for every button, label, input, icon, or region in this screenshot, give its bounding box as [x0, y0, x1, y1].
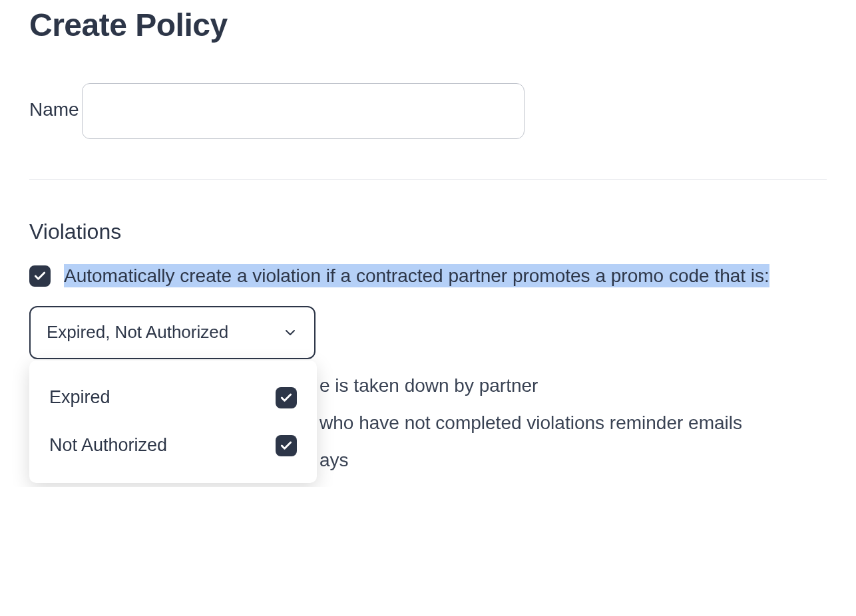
dropdown-option-label: Expired	[49, 387, 110, 408]
dropdown-option-checkbox[interactable]	[276, 387, 297, 408]
name-label: Name	[29, 99, 79, 120]
violations-header: Violations	[29, 220, 827, 244]
check-icon	[280, 439, 293, 452]
dropdown-option-label: Not Authorized	[49, 435, 167, 456]
violation-type-select-value: Expired, Not Authorized	[47, 322, 228, 343]
name-input[interactable]	[82, 83, 525, 139]
check-icon	[33, 269, 47, 283]
auto-create-checkbox[interactable]	[29, 265, 51, 287]
dropdown-option-expired[interactable]: Expired	[29, 374, 317, 422]
auto-create-row: Automatically create a violation if a co…	[29, 263, 827, 290]
auto-create-label-text: Automatically create a violation if a co…	[64, 264, 769, 287]
violation-type-select-wrapper: Expired, Not Authorized Expired Not Auth…	[29, 306, 316, 359]
auto-create-label: Automatically create a violation if a co…	[64, 263, 769, 290]
dropdown-option-checkbox[interactable]	[276, 435, 297, 456]
check-icon	[280, 391, 293, 404]
violation-type-dropdown: Expired Not Authorized	[29, 361, 317, 483]
dropdown-option-not-authorized[interactable]: Not Authorized	[29, 422, 317, 470]
page-title: Create Policy	[29, 7, 827, 43]
divider	[29, 179, 827, 180]
chevron-down-icon	[282, 325, 298, 341]
violation-type-select[interactable]: Expired, Not Authorized	[29, 306, 316, 359]
